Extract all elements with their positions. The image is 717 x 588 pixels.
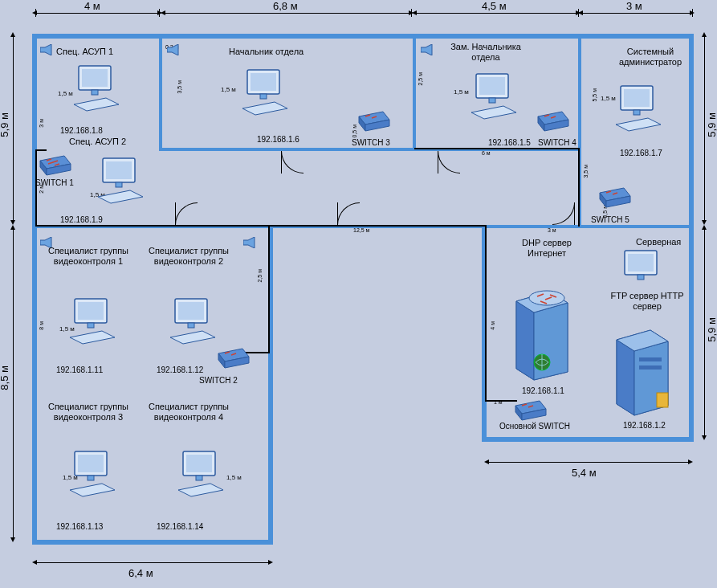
dim-6.8m: 6,8 м — [273, 0, 298, 12]
computer-icon — [96, 157, 145, 205]
label-spec1: Спец. АСУП 1 — [56, 47, 113, 57]
svg-rect-39 — [196, 476, 202, 480]
dim-arrow — [13, 229, 14, 538]
ip-spec2: 192.168.1.9 — [60, 215, 103, 224]
floorplan-canvas: 4 м 6,8 м 4,5 м 3 м 5,9 м 8,5 м 5,9 м 5,… — [0, 0, 717, 588]
switch-icon — [217, 345, 251, 370]
label-dhcp: DHP сервер Интернет — [511, 238, 583, 259]
svg-rect-34 — [78, 455, 104, 472]
label-sysadmin: Системный администратор — [606, 47, 695, 67]
wall — [32, 34, 694, 39]
dim-3m-e: 3 м — [39, 119, 44, 128]
ip-sysadmin: 192.168.1.7 — [620, 149, 662, 157]
door-icon — [175, 202, 198, 225]
switchmain-label: Основной SWITCH — [499, 422, 570, 431]
len-1.5m: 1,5 м — [226, 474, 242, 481]
computer-icon — [614, 84, 662, 133]
switch-icon — [514, 398, 548, 422]
dim-3m: 3 м — [626, 0, 642, 12]
dim-arrow — [704, 229, 705, 436]
svg-marker-63 — [516, 301, 534, 380]
dim-5.9m-r2: 5,9 м — [706, 317, 717, 342]
computer-icon — [169, 297, 217, 345]
svg-rect-30 — [178, 302, 204, 320]
ip-deputy: 192.168.1.5 — [488, 138, 531, 147]
len-1.5m: 1,5 м — [58, 90, 73, 97]
dim-12.5m: 12,5 м — [353, 227, 369, 233]
dim-8.5m-left: 8,5 м — [0, 365, 10, 390]
wall — [413, 34, 416, 150]
dim-0.5m: 0,5 м — [352, 125, 357, 138]
label-video2: Специалист группы видеоконтроля 2 — [145, 246, 233, 267]
computer-icon — [618, 249, 666, 297]
switch3-label: SWITCH 3 — [352, 138, 390, 147]
svg-marker-24 — [616, 118, 661, 131]
svg-rect-6 — [82, 69, 108, 87]
svg-marker-12 — [98, 190, 143, 203]
switch-icon — [39, 153, 72, 177]
speaker-icon — [421, 44, 435, 55]
cable — [35, 149, 37, 227]
label-serverroom: Серверная — [636, 237, 681, 247]
len-1.5m: 1,5 м — [221, 86, 236, 93]
dim-arrow — [416, 13, 576, 14]
dim-arrow — [36, 562, 269, 563]
svg-rect-10 — [106, 161, 132, 179]
svg-marker-0 — [40, 44, 51, 55]
svg-rect-31 — [188, 323, 194, 328]
ip-video1: 192.168.1.11 — [56, 365, 103, 374]
svg-marker-20 — [471, 106, 516, 119]
switch4-label: SWITCH 4 — [538, 138, 576, 147]
switch-icon — [536, 108, 570, 133]
svg-rect-38 — [186, 455, 212, 472]
computer-icon — [470, 72, 518, 120]
ip-video2: 192.168.1.12 — [157, 365, 203, 374]
ip-spec1: 192.168.1.8 — [60, 126, 103, 135]
svg-marker-4 — [243, 237, 255, 248]
dim-arrow — [704, 36, 705, 221]
wall — [689, 34, 694, 442]
dim-3m-l: 3 м — [548, 227, 556, 233]
ip-srv2: 192.168.1.2 — [623, 421, 666, 430]
computer-icon — [72, 64, 120, 112]
len-1.5m: 1,5 м — [454, 88, 469, 96]
svg-rect-27 — [88, 323, 94, 328]
dim-arrow — [582, 13, 691, 14]
speaker-icon — [243, 237, 258, 248]
cable — [414, 148, 580, 149]
dim-4.5m: 4,5 м — [482, 0, 507, 12]
ip-video4: 192.168.1.14 — [157, 522, 203, 531]
computer-icon — [68, 297, 116, 345]
ip-chief: 192.168.1.6 — [257, 135, 299, 144]
label-spec2: Спец. АСУП 2 — [69, 137, 126, 147]
cable — [35, 225, 487, 227]
svg-rect-7 — [92, 90, 98, 95]
svg-marker-16 — [242, 102, 287, 115]
svg-marker-2 — [421, 44, 432, 55]
door-icon — [281, 151, 304, 174]
dim-2.5m: 2,5 м — [418, 72, 423, 86]
door-icon — [337, 202, 360, 225]
label-deputy: Зам. Начальника отдела — [446, 42, 526, 63]
svg-marker-40 — [178, 484, 223, 496]
dim-3.5m-j: 3,5 м — [583, 165, 589, 178]
switch5-label: SWITCH 5 — [591, 215, 629, 224]
dim-8m: 8 м — [39, 321, 44, 330]
dim-5.5m: 5,5 м — [592, 88, 597, 102]
cable — [268, 225, 270, 353]
svg-rect-35 — [88, 476, 94, 480]
dim-3.5m: 3,5 м — [177, 80, 182, 94]
speaker-icon — [167, 44, 181, 55]
wall — [159, 34, 162, 150]
dim-arrow — [165, 13, 409, 14]
svg-rect-22 — [624, 89, 650, 107]
svg-rect-26 — [78, 302, 104, 320]
svg-marker-69 — [617, 340, 634, 415]
svg-marker-28 — [70, 331, 115, 344]
ip-srv1: 192.168.1.1 — [522, 386, 564, 395]
svg-rect-73 — [639, 365, 662, 370]
ip-video3: 192.168.1.13 — [56, 522, 103, 531]
wall — [482, 437, 694, 442]
computer-icon — [241, 68, 289, 116]
wall — [32, 34, 37, 544]
